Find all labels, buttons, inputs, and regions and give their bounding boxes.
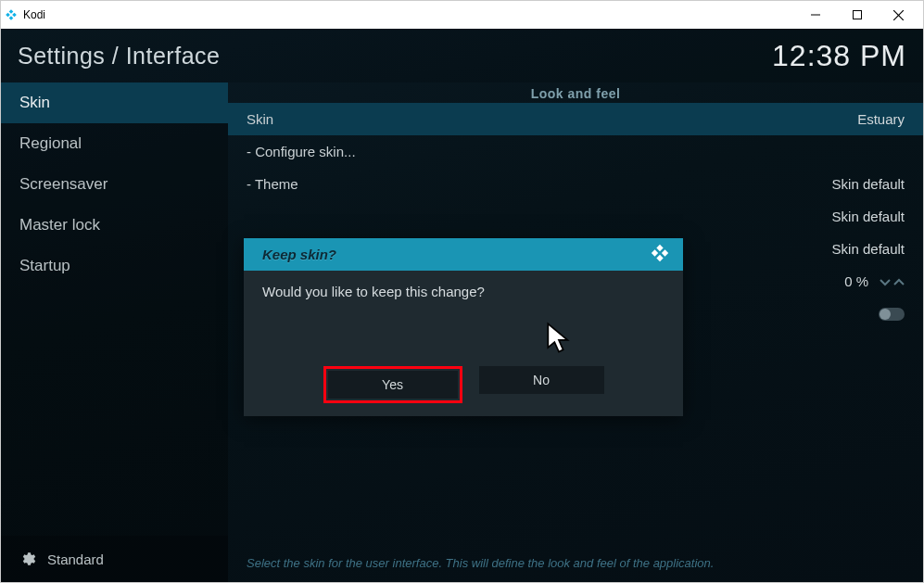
chevron-down-icon (880, 277, 891, 286)
breadcrumb: Settings / Interface (18, 43, 220, 70)
setting-value: Skin default (832, 209, 905, 224)
yes-button[interactable]: Yes (328, 371, 458, 399)
window-frame: Kodi Settings / Interface 12:38 PM Skin (0, 0, 924, 583)
sidebar-item-regional[interactable]: Regional (1, 123, 228, 164)
sidebar-item-label: Skin (19, 94, 50, 112)
dialog-message: Would you like to keep this change? (244, 271, 683, 366)
setting-label: - Configure skin... (247, 144, 356, 159)
dialog-title: Keep skin? (262, 247, 336, 262)
svg-marker-10 (656, 254, 663, 260)
yes-button-highlight: Yes (323, 366, 462, 403)
maximize-button[interactable] (836, 2, 878, 28)
clock: 12:38 PM (772, 39, 906, 73)
sidebar-item-startup[interactable]: Startup (1, 246, 228, 286)
svg-marker-9 (662, 249, 668, 256)
window-title: Kodi (23, 8, 45, 21)
app-body: Settings / Interface 12:38 PM Skin Regio… (1, 29, 923, 582)
setting-colours[interactable]: - Colours Skin default (228, 200, 923, 233)
settings-level[interactable]: Standard (1, 536, 228, 582)
titlebar: Kodi (1, 1, 923, 29)
sidebar-item-label: Regional (19, 134, 82, 153)
setting-value: Skin default (832, 176, 905, 192)
settings-sidebar: Skin Regional Screensaver Master lock St… (1, 82, 228, 582)
sidebar-item-label: Startup (19, 257, 70, 275)
settings-level-label: Standard (47, 551, 104, 567)
setting-skin[interactable]: Skin Estuary (228, 103, 923, 135)
section-header: Look and feel (228, 84, 923, 103)
sidebar-item-master-lock[interactable]: Master lock (1, 205, 228, 246)
setting-theme[interactable]: - Theme Skin default (228, 168, 923, 200)
dialog-header: Keep skin? (244, 238, 683, 271)
hint-bar: Select the skin for the user interface. … (228, 543, 923, 582)
svg-marker-0 (9, 9, 14, 14)
sidebar-item-skin[interactable]: Skin (1, 82, 228, 123)
svg-marker-2 (9, 16, 14, 20)
setting-value: 0 % (844, 273, 868, 289)
no-button[interactable]: No (479, 366, 604, 394)
gear-icon (19, 551, 36, 567)
setting-label: Skin (247, 111, 273, 127)
kodi-app-icon (5, 8, 18, 21)
svg-marker-11 (652, 249, 658, 256)
sidebar-item-label: Screensaver (19, 175, 108, 194)
toggle-switch[interactable] (879, 308, 905, 321)
kodi-logo-icon (650, 243, 670, 267)
zoom-stepper[interactable] (880, 277, 905, 286)
svg-marker-1 (12, 13, 17, 18)
svg-marker-8 (656, 244, 663, 250)
chevron-up-icon (893, 277, 905, 286)
sidebar-item-label: Master lock (19, 216, 100, 234)
setting-label: - Theme (247, 176, 298, 192)
close-button[interactable] (878, 2, 919, 28)
setting-value: Estuary (857, 111, 905, 127)
svg-rect-5 (853, 11, 861, 19)
setting-value: Skin default (832, 241, 905, 257)
keep-skin-dialog: Keep skin? Would you like to keep this c… (244, 238, 683, 416)
setting-configure-skin[interactable]: - Configure skin... (228, 135, 923, 168)
top-header: Settings / Interface 12:38 PM (1, 29, 923, 82)
svg-marker-3 (6, 13, 10, 18)
minimize-button[interactable] (794, 2, 836, 28)
sidebar-item-screensaver[interactable]: Screensaver (1, 164, 228, 205)
